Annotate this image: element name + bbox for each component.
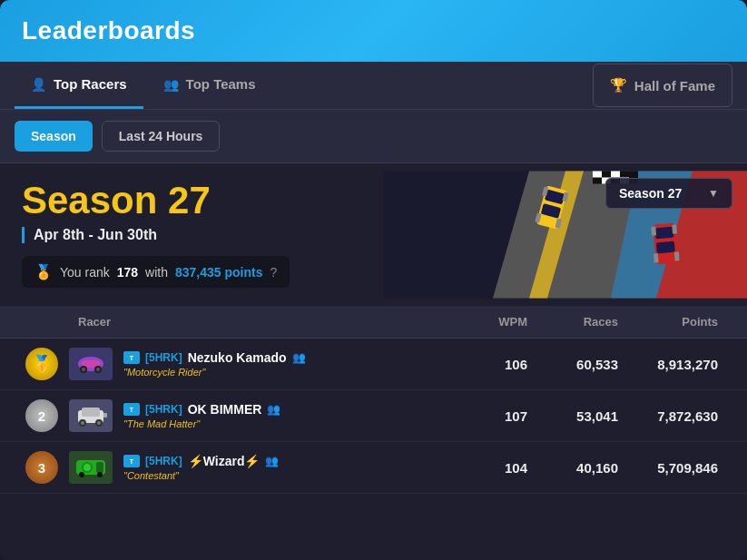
- rank-number: 178: [117, 265, 138, 280]
- racer-avatar-1: [69, 348, 113, 380]
- svg-rect-38: [103, 413, 107, 418]
- tab-top-racers[interactable]: 👤 Top Racers: [15, 62, 143, 109]
- th-racer: Racer: [69, 315, 451, 329]
- svg-rect-18: [654, 227, 673, 240]
- table-row[interactable]: 2: [0, 390, 747, 442]
- app-container: Leaderboards 👤 Top Racers 👥 Top Teams 🏆 …: [0, 0, 747, 560]
- svg-rect-7: [611, 172, 620, 178]
- svg-point-42: [84, 464, 91, 471]
- tab-right-group: 🏆 Hall of Fame: [593, 64, 732, 107]
- table-header: Racer WPM Races Points: [0, 306, 747, 339]
- svg-point-36: [81, 421, 84, 425]
- racer-avatar-3: [69, 451, 113, 484]
- svg-point-30: [96, 368, 100, 371]
- rank-help[interactable]: ?: [270, 265, 278, 280]
- season-title: Season 27: [22, 182, 290, 220]
- racer-name-row-3: T [5HRK] ⚡Wizard⚡ 👥: [123, 454, 279, 468]
- table-row[interactable]: 🥇 T: [0, 339, 747, 390]
- svg-rect-21: [672, 224, 677, 233]
- rank-with: with: [145, 265, 168, 280]
- tab-hall-of-fame[interactable]: 🏆 Hall of Fame: [593, 64, 732, 107]
- tab-bar: 👤 Top Racers 👥 Top Teams 🏆 Hall of Fame: [0, 62, 747, 110]
- racer-info-1: T [5HRK] Nezuko Kamado 👥 "Motorcycle Rid…: [123, 350, 306, 378]
- rank-cell-2: 2: [15, 399, 69, 432]
- tab-top-teams[interactable]: 👥 Top Teams: [147, 62, 272, 109]
- svg-point-45: [97, 472, 103, 477]
- points-cell-2: 7,872,630: [633, 408, 732, 424]
- team-flag-1: T: [123, 351, 140, 364]
- th-points: Points: [633, 315, 732, 329]
- filter-last24-button[interactable]: Last 24 Hours: [102, 121, 221, 152]
- racer-icon: 👤: [31, 77, 46, 92]
- friends-icon-1: 👥: [292, 351, 306, 364]
- team-flag-3: T: [123, 455, 140, 467]
- filter-season-button[interactable]: Season: [15, 121, 93, 152]
- rank-points: 837,435 points: [175, 265, 263, 280]
- team-flag-2: T: [123, 403, 140, 416]
- rank-cell-1: 🥇: [15, 348, 69, 380]
- racer-team-3: [5HRK]: [145, 455, 182, 467]
- season-info: Season 27 Apr 8th - Jun 30th 🏅 You rank …: [22, 182, 290, 288]
- svg-rect-19: [656, 241, 675, 254]
- season-banner: Season 27 Apr 8th - Jun 30th 🏅 You rank …: [0, 163, 747, 306]
- racer-name-3: ⚡Wizard⚡: [188, 454, 260, 468]
- chevron-down-icon: ▼: [708, 187, 719, 200]
- racer-title-3: "Contestant": [123, 470, 279, 481]
- svg-rect-22: [654, 253, 659, 262]
- races-cell-2: 53,041: [542, 408, 633, 424]
- svg-point-37: [97, 421, 101, 425]
- filter-bar: Season Last 24 Hours: [0, 110, 747, 163]
- rank-badge: 🏅 You rank 178 with 837,435 points ?: [22, 256, 290, 288]
- rank-text: You rank: [60, 265, 110, 280]
- friends-icon-3: 👥: [265, 455, 279, 467]
- tab-left-group: 👤 Top Racers 👥 Top Teams: [15, 62, 593, 109]
- wpm-cell-1: 106: [451, 357, 542, 372]
- svg-rect-20: [651, 226, 656, 235]
- leaderboard-table: Racer WPM Races Points 🥇: [0, 306, 747, 560]
- points-cell-3: 5,709,846: [633, 460, 732, 476]
- racer-avatar-2: [69, 399, 113, 432]
- rank-medal-silver: 2: [25, 399, 58, 432]
- racer-cell-3: T [5HRK] ⚡Wizard⚡ 👥 "Contestant": [69, 451, 451, 484]
- rank-medal-bronze: 3: [25, 451, 58, 484]
- friends-icon-2: 👥: [267, 403, 280, 416]
- wpm-cell-2: 107: [451, 408, 542, 424]
- rank-medal-gold: 🥇: [25, 348, 58, 380]
- season-selector[interactable]: Season 27 ▼: [605, 178, 732, 209]
- hall-of-fame-label: Hall of Fame: [634, 78, 715, 93]
- table-row[interactable]: 3 T: [0, 442, 747, 494]
- racer-info-3: T [5HRK] ⚡Wizard⚡ 👥 "Contestant": [123, 454, 279, 481]
- racer-team-1: [5HRK]: [145, 351, 182, 364]
- svg-rect-43: [96, 462, 103, 473]
- rank-cell-3: 3: [15, 451, 69, 484]
- racer-name-row-2: T [5HRK] OK BIMMER 👥: [123, 402, 280, 417]
- header: Leaderboards: [0, 0, 747, 62]
- svg-point-44: [79, 472, 84, 477]
- tab-top-teams-label: Top Teams: [186, 76, 256, 92]
- racer-cell-2: T [5HRK] OK BIMMER 👥 "The Mad Hatter": [69, 399, 451, 432]
- racer-name-2: OK BIMMER: [188, 402, 262, 417]
- racer-name-1: Nezuko Kamado: [188, 350, 287, 365]
- svg-rect-23: [674, 251, 680, 260]
- app-title: Leaderboards: [22, 16, 195, 44]
- racer-info-2: T [5HRK] OK BIMMER 👥 "The Mad Hatter": [123, 402, 280, 429]
- th-wpm: WPM: [451, 315, 542, 329]
- racer-title-1: "Motorcycle Rider": [123, 367, 306, 378]
- season-dates: Apr 8th - Jun 30th: [22, 227, 290, 243]
- races-cell-3: 40,160: [542, 460, 633, 476]
- teams-icon: 👥: [163, 77, 179, 92]
- rank-icon: 🏅: [34, 263, 53, 280]
- racer-title-2: "The Mad Hatter": [123, 418, 280, 429]
- th-races: Races: [542, 315, 633, 329]
- wpm-cell-3: 104: [451, 460, 542, 476]
- tab-top-racers-label: Top Racers: [54, 76, 127, 92]
- season-selector-label: Season 27: [619, 186, 682, 201]
- svg-rect-33: [82, 408, 100, 417]
- points-cell-1: 8,913,270: [633, 357, 732, 372]
- racer-cell-1: T [5HRK] Nezuko Kamado 👥 "Motorcycle Rid…: [69, 348, 451, 380]
- racer-team-2: [5HRK]: [145, 403, 182, 416]
- races-cell-1: 60,533: [542, 357, 633, 372]
- racer-name-row-1: T [5HRK] Nezuko Kamado 👥: [123, 350, 306, 365]
- svg-rect-6: [593, 172, 602, 178]
- th-rank: [15, 315, 69, 329]
